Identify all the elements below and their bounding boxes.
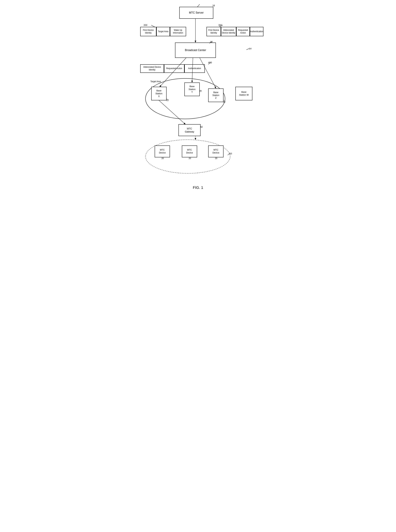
msg300-field1: First Device Identity xyxy=(206,27,221,36)
mtc-server-box: MTC Server xyxy=(179,7,213,19)
ref200-label: 200 xyxy=(144,24,147,26)
ref300-label: 300 xyxy=(218,24,222,26)
mtc-device3-box: MTCDevice xyxy=(208,145,223,157)
base-station-y-box: BaseStationY xyxy=(184,83,200,96)
ref22b-label: 22 xyxy=(199,90,202,92)
ref22c-label: 22 xyxy=(223,101,225,103)
mtc-device1-box: MTCDevice xyxy=(155,145,170,157)
svg-line-2 xyxy=(151,25,155,27)
msg300-field3: Requested Action xyxy=(236,27,250,36)
msg200-field1: First Device Identity xyxy=(140,27,156,36)
mtc-server-label: MTC Server xyxy=(189,11,204,15)
msg400-field2: Requested Action xyxy=(164,64,184,73)
msg400-field1: Abbreviated Device Identity xyxy=(140,64,164,73)
ref20c-label: 20 xyxy=(215,157,217,160)
broadcast-center-box: Broadcast Center xyxy=(175,42,216,58)
broadcast-center-label: Broadcast Center xyxy=(185,48,206,52)
mtc-device2-box: MTCDevice xyxy=(182,145,197,157)
msg200-field3: Wake Up Information xyxy=(170,27,186,36)
fig-title-text: FIG. 1 xyxy=(193,185,203,190)
ref18-label: 18 xyxy=(210,41,212,43)
msg300-field2: Abbreviated Device Identity xyxy=(221,27,236,36)
base-station-w-box: BaseStation W xyxy=(235,87,252,100)
base-station-x-box: BaseStationX xyxy=(151,87,167,100)
ref14-label: 14 xyxy=(249,47,251,50)
base-station-z-box: BaseStationZ xyxy=(208,89,223,102)
ref20a-label: 20 xyxy=(162,157,164,160)
msg400-field3: Authentication xyxy=(184,64,205,73)
ref22a-label: 22 xyxy=(166,99,169,102)
diagram: MTC Server 16 200 First Device Identity … xyxy=(135,3,264,182)
ref12-label: 12 xyxy=(200,126,203,128)
ref10-label: 10 xyxy=(229,152,232,155)
figure-label: FIG. 1 xyxy=(135,185,261,190)
msg200-field2: Target Area xyxy=(156,27,170,36)
mtc-gateway-box: MTCGateway xyxy=(178,124,201,136)
ref16-label: 16 xyxy=(212,4,215,7)
ref20b-label: 20 xyxy=(189,157,191,160)
target-area-label: Target Area xyxy=(150,80,161,83)
msg300-field4: Authentication xyxy=(250,27,263,36)
ref400-label: 400 xyxy=(208,61,212,64)
